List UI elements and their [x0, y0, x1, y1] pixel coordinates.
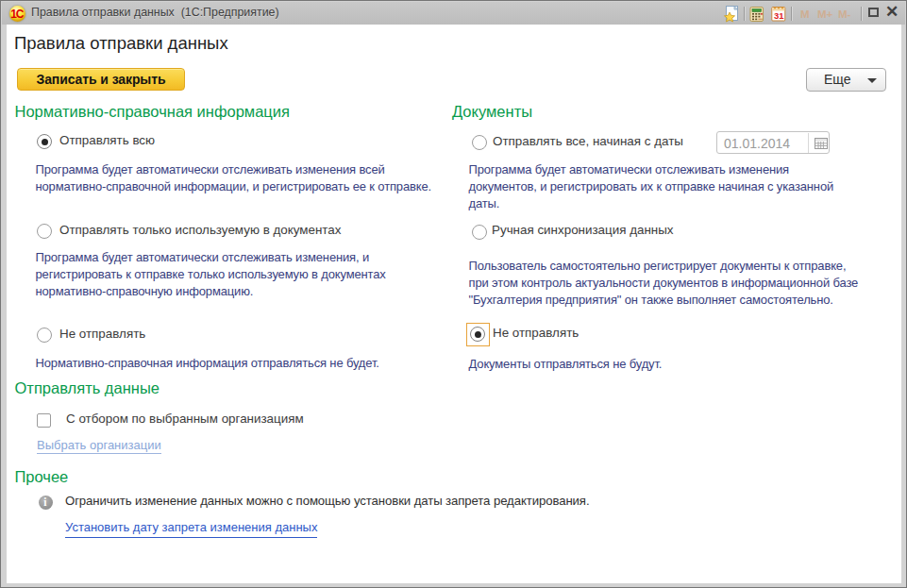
svg-text:31: 31 [774, 10, 784, 21]
